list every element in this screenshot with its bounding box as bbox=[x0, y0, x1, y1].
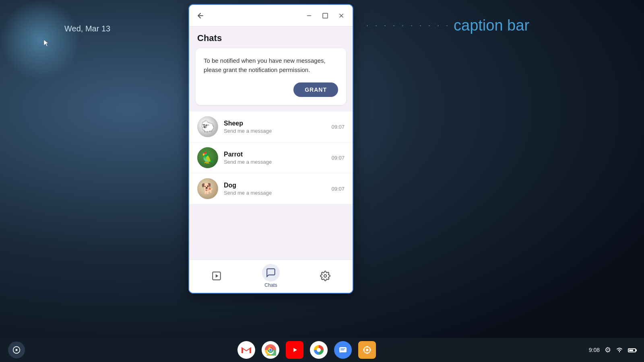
taskbar-right: 9:08 ⚙ bbox=[589, 346, 636, 354]
title-bar bbox=[189, 5, 353, 27]
avatar-parrot bbox=[197, 147, 218, 168]
back-button[interactable] bbox=[194, 9, 207, 22]
grant-button[interactable]: GRANT bbox=[293, 82, 338, 97]
app-window: Chats To be notified when you have new m… bbox=[188, 4, 353, 294]
chat-preview-parrot: Send me a message bbox=[224, 159, 326, 165]
taskbar: 9:08 ⚙ bbox=[0, 338, 644, 362]
caption-bar-dots: · · · · · · · · · · bbox=[366, 21, 450, 30]
chat-name-sheep: Sheep bbox=[224, 120, 326, 127]
battery-icon bbox=[628, 346, 636, 354]
maximize-button[interactable] bbox=[319, 9, 332, 22]
svg-point-24 bbox=[366, 349, 368, 351]
chat-time-parrot: 09:07 bbox=[331, 155, 345, 161]
page-title: Chats bbox=[189, 27, 353, 48]
nav-item-settings[interactable] bbox=[313, 267, 337, 285]
mouse-cursor bbox=[43, 39, 50, 49]
nav-item-chats[interactable]: Chats bbox=[259, 264, 283, 288]
app-content: Chats To be notified when you have new m… bbox=[189, 27, 353, 293]
taskbar-photos[interactable] bbox=[310, 341, 328, 359]
caption-bar-annotation: · · · · · · · · · · caption bar bbox=[366, 17, 529, 34]
chat-preview-sheep: Send me a message bbox=[224, 128, 326, 134]
svg-marker-5 bbox=[215, 274, 218, 278]
avatar-dog bbox=[197, 178, 218, 199]
chat-time-sheep: 09:07 bbox=[331, 124, 345, 130]
taskbar-youtube[interactable] bbox=[286, 341, 303, 359]
svg-point-13 bbox=[269, 349, 272, 351]
settings-icon bbox=[316, 267, 334, 285]
chat-info-dog: Dog Send me a message bbox=[224, 182, 326, 196]
chat-info-parrot: Parrot Send me a message bbox=[224, 151, 326, 165]
avatar-sheep bbox=[197, 116, 218, 137]
grant-button-row: GRANT bbox=[204, 82, 338, 97]
chats-icon bbox=[262, 264, 280, 282]
caption-bar-label: caption bar bbox=[454, 17, 529, 34]
taskbar-apps bbox=[25, 341, 589, 359]
bottom-nav: Chats bbox=[189, 259, 353, 293]
taskbar-chrome[interactable] bbox=[262, 341, 279, 359]
svg-rect-1 bbox=[323, 13, 328, 18]
taskbar-left bbox=[8, 341, 25, 358]
chat-list: Sheep Send me a message 09:07 Parrot Sen… bbox=[189, 111, 353, 259]
chat-info-sheep: Sheep Send me a message bbox=[224, 120, 326, 134]
chat-time-dog: 09:07 bbox=[331, 186, 345, 192]
svg-point-8 bbox=[16, 349, 18, 351]
svg-point-17 bbox=[317, 348, 321, 352]
chat-item-dog[interactable]: Dog Send me a message 09:07 bbox=[189, 173, 353, 204]
launcher-button[interactable] bbox=[8, 341, 25, 358]
close-button[interactable] bbox=[335, 9, 348, 22]
svg-point-6 bbox=[324, 275, 327, 278]
minimize-button[interactable] bbox=[303, 9, 316, 22]
stories-icon bbox=[208, 267, 225, 285]
chat-item-sheep[interactable]: Sheep Send me a message 09:07 bbox=[189, 111, 353, 142]
taskbar-messages[interactable] bbox=[334, 341, 352, 359]
window-controls bbox=[303, 9, 348, 22]
wifi-icon[interactable] bbox=[616, 346, 623, 354]
notification-text: To be notified when you have new message… bbox=[204, 56, 338, 74]
taskbar-settings[interactable] bbox=[358, 341, 376, 359]
chat-name-parrot: Parrot bbox=[224, 151, 326, 158]
settings-taskbar-icon[interactable]: ⚙ bbox=[605, 346, 611, 354]
taskbar-time: 9:08 bbox=[589, 347, 600, 353]
chat-preview-dog: Send me a message bbox=[224, 190, 326, 196]
chat-item-parrot[interactable]: Parrot Send me a message 09:07 bbox=[189, 142, 353, 173]
taskbar-gmail[interactable] bbox=[237, 341, 255, 359]
nav-item-stories[interactable] bbox=[204, 267, 229, 285]
notification-banner: To be notified when you have new message… bbox=[196, 48, 346, 105]
date-display: Wed, Mar 13 bbox=[64, 24, 110, 33]
chats-nav-label: Chats bbox=[264, 282, 277, 288]
chat-name-dog: Dog bbox=[224, 182, 326, 189]
